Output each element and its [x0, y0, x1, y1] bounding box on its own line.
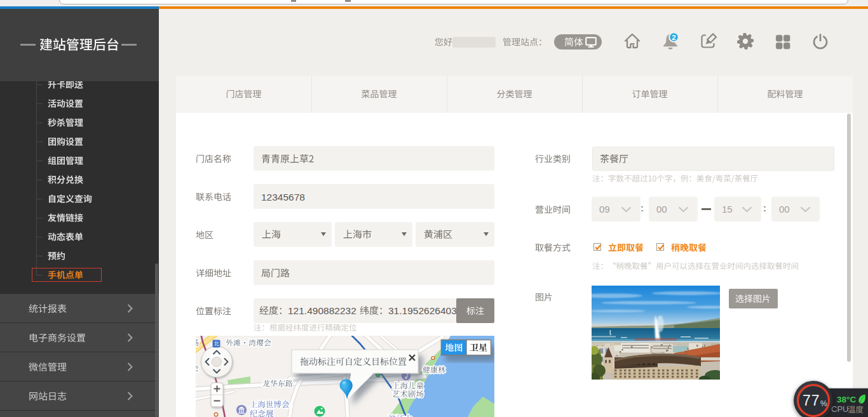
svg-text:2: 2	[672, 34, 675, 41]
